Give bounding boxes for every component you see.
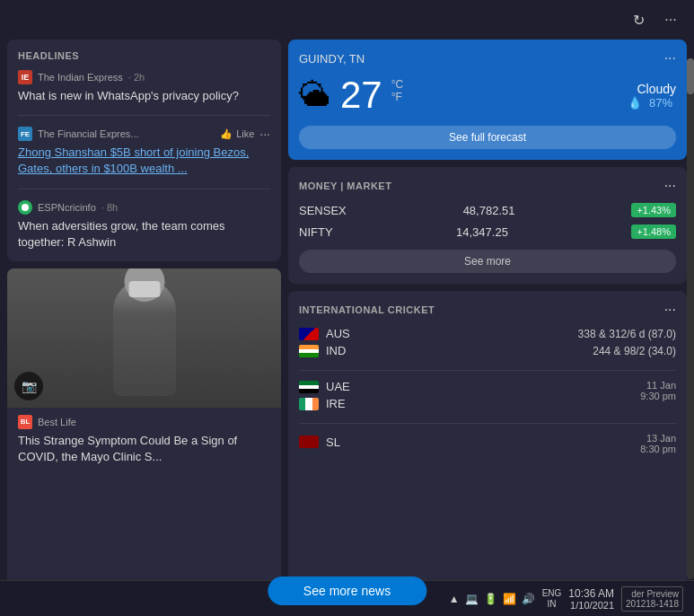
taskbar-time: 10:36 AM 1/10/2021 (568, 587, 614, 611)
date-text: 1/10/2021 (568, 600, 614, 611)
see-more-market-button[interactable]: See more (299, 250, 676, 273)
market-header: MONEY | MARKET ··· (299, 178, 676, 194)
cricket-more-icon[interactable]: ··· (664, 302, 676, 318)
article-more-button[interactable]: ··· (259, 127, 270, 141)
headlines-card: HEADLINES IE The Indian Express · 2h Wha… (7, 40, 281, 261)
weather-condition: Cloudy (628, 82, 676, 96)
taskbar-preview: der Preview 201218-1418 (621, 586, 683, 612)
headlines-title: HEADLINES (18, 50, 270, 61)
article-image: 📷 (7, 268, 281, 408)
nifty-name: NIFTY (299, 225, 333, 239)
weather-more-icon[interactable]: ··· (664, 50, 676, 66)
weather-main: 🌥 27 °C °F Cloudy 💧 87% (299, 74, 676, 117)
news-item-2: FE The Financial Expres... 👍 Like ··· Zh… (18, 127, 270, 189)
market-row-nifty: NIFTY 14,347.25 +1.48% (299, 224, 676, 239)
match-datetime-2: 13 Jan 8:30 pm (640, 433, 676, 454)
flag-sl (299, 436, 319, 448)
flag-ireland (299, 398, 319, 410)
taskbar-network-icon: 📶 (503, 593, 516, 605)
team-uae: UAE (326, 380, 350, 393)
flag-india (299, 345, 319, 357)
country-label: IN (542, 599, 562, 610)
news-title-2[interactable]: Zhong Shanshan $5B short of joining Bezo… (18, 145, 270, 177)
news-source-3: ESPNcricinfo · 8h (18, 200, 270, 215)
team-row-ind: IND 244 & 98/2 (34.0) (299, 344, 676, 357)
scrollbar-thumb[interactable] (687, 58, 694, 94)
humidity-icon: 💧 (628, 96, 642, 110)
news-time-1: · 2h (128, 72, 145, 83)
news-source-2: FE The Financial Expres... (18, 127, 139, 141)
source-name-2: The Financial Expres... (38, 128, 139, 139)
cloud-icon: 🌥 (299, 76, 331, 114)
taskbar-lang: ENG IN (542, 588, 562, 610)
left-panel: HEADLINES IE The Indian Express · 2h Wha… (7, 40, 281, 616)
right-panel: GUINDY, TN ··· 🌥 27 °C °F Cloudy (288, 40, 687, 616)
source-icon-1: IE (18, 70, 32, 84)
refresh-icon[interactable]: ↻ (626, 7, 651, 32)
team-sl: SL (326, 436, 340, 449)
svg-point-0 (22, 204, 29, 211)
flag-uae (299, 381, 319, 393)
weather-header: GUINDY, TN ··· (299, 50, 676, 66)
time-text: 10:36 AM (568, 587, 614, 600)
top-bar: ↻ ··· (0, 0, 694, 40)
like-button[interactable]: 👍 Like (220, 128, 254, 140)
news-source-1: IE The Indian Express · 2h (18, 70, 270, 84)
source-icon-3 (18, 200, 32, 215)
taskbar-icons: ▲ 💻 🔋 📶 🔊 (449, 593, 535, 605)
match-datetime-1: 11 Jan 9:30 pm (640, 380, 676, 401)
match-item-2: UAE IRE 11 Jan 9:30 pm (299, 380, 676, 424)
weather-location: GUINDY, TN (299, 52, 365, 66)
see-more-news-button[interactable]: See more news (268, 576, 426, 605)
card-source: BL Best Life (7, 408, 281, 433)
cricket-title: INTERNATIONAL CRICKET (299, 304, 435, 315)
match-item-1: AUS 338 & 312/6 d (87.0) IND 244 & 98/2 … (299, 327, 676, 371)
news-time-3: · 8h (101, 202, 118, 213)
weather-humidity: 💧 87% (628, 96, 676, 110)
match-date-2: 13 Jan (640, 433, 676, 444)
taskbar-battery-icon: 🔋 (484, 593, 497, 605)
weather-unit: °C °F (391, 78, 403, 103)
news-title-1[interactable]: What is new in WhatsApp's privacy policy… (18, 88, 270, 104)
weather-card: GUINDY, TN ··· 🌥 27 °C °F Cloudy (288, 40, 687, 160)
sensex-name: SENSEX (299, 204, 347, 217)
team-row-uae: UAE (299, 380, 350, 393)
card-source-name: Best Life (38, 417, 76, 427)
match-time-2: 8:30 pm (640, 444, 676, 454)
see-forecast-button[interactable]: See full forecast (299, 126, 676, 149)
more-options-icon[interactable]: ··· (658, 7, 683, 32)
main-content: HEADLINES IE The Indian Express · 2h Wha… (0, 40, 694, 616)
weather-temperature: 27 (340, 74, 382, 117)
team-row-ire: IRE (299, 397, 350, 410)
sensex-value: 48,782.51 (463, 204, 515, 217)
camera-icon: 📷 (22, 379, 37, 393)
flag-australia (299, 328, 319, 340)
preview-code: 201218-1418 (626, 599, 679, 609)
match-time-1: 9:30 pm (640, 391, 676, 401)
match-item-3: SL 13 Jan 8:30 pm (299, 433, 676, 463)
card-news-title[interactable]: This Strange Symptom Could Be a Sign of … (7, 433, 281, 472)
scrollbar[interactable] (687, 58, 694, 579)
team-ind: IND (326, 344, 346, 357)
card-source-icon: BL (18, 415, 32, 429)
cricket-card: INTERNATIONAL CRICKET ··· AUS 338 & 312/… (288, 291, 687, 616)
team-row-aus: AUS 338 & 312/6 d (87.0) (299, 327, 676, 340)
like-icon: 👍 (220, 128, 233, 140)
match-date-1: 11 Jan (640, 380, 676, 391)
cricket-header: INTERNATIONAL CRICKET ··· (299, 302, 676, 318)
source-icon-2: FE (18, 127, 32, 141)
market-card: MONEY | MARKET ··· SENSEX 48,782.51 +1.4… (288, 167, 687, 284)
team-row-sl: SL (299, 436, 340, 449)
preview-label: der Preview (626, 589, 679, 599)
taskbar-pc-icon: 💻 (465, 593, 479, 605)
market-row-sensex: SENSEX 48,782.51 +1.43% (299, 203, 676, 217)
market-more-icon[interactable]: ··· (664, 178, 676, 194)
team-ire: IRE (326, 397, 346, 410)
camera-overlay: 📷 (14, 372, 43, 400)
sensex-change: +1.43% (631, 203, 676, 217)
team-aus: AUS (326, 327, 350, 340)
score-ind: 244 & 98/2 (34.0) (593, 345, 676, 357)
teams-uae-ire: UAE IRE (299, 380, 350, 414)
news-item-1: IE The Indian Express · 2h What is new i… (18, 70, 270, 116)
news-title-3[interactable]: When adversities grow, the team comes to… (18, 218, 270, 251)
